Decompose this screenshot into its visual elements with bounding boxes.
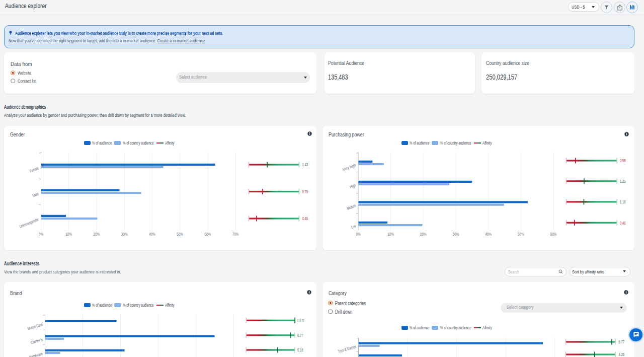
svg-text:0.45: 0.45 (302, 216, 308, 221)
svg-text:4.25: 4.25 (619, 351, 625, 357)
svg-text:Restoration Hardware: Restoration Hardware (12, 351, 44, 357)
svg-text:50%: 50% (177, 232, 183, 237)
svg-text:8.77: 8.77 (619, 339, 625, 344)
svg-text:Unknowngender: Unknowngender (19, 217, 39, 229)
svg-text:5.18: 5.18 (297, 347, 303, 352)
svg-text:116.11: 116.11 (297, 318, 305, 323)
svg-text:0%: 0% (39, 232, 44, 237)
svg-text:10%: 10% (387, 232, 394, 237)
svg-text:Male: Male (32, 191, 39, 198)
svg-text:40%: 40% (149, 232, 155, 237)
svg-text:10%: 10% (65, 232, 72, 237)
svg-text:0%: 0% (356, 232, 361, 237)
svg-text:30%: 30% (121, 232, 128, 237)
svg-text:60%: 60% (550, 232, 557, 237)
svg-text:40%: 40% (485, 232, 492, 237)
svg-text:0.79: 0.79 (302, 189, 308, 194)
svg-text:0.55: 0.55 (620, 158, 626, 163)
svg-text:1.16: 1.16 (620, 199, 626, 204)
svg-text:Female: Female (29, 166, 39, 174)
svg-text:Carter's: Carter's (30, 337, 43, 345)
svg-text:20%: 20% (94, 232, 100, 237)
svg-text:60%: 60% (204, 232, 211, 237)
svg-text:50%: 50% (518, 232, 524, 237)
svg-text:1.43: 1.43 (302, 162, 308, 167)
svg-text:Mason Cash: Mason Cash (27, 322, 43, 331)
svg-text:20%: 20% (420, 232, 427, 237)
svg-text:Low: Low (350, 223, 357, 230)
svg-text:30%: 30% (453, 232, 459, 237)
svg-text:Medium: Medium (346, 203, 357, 211)
svg-text:8.77: 8.77 (297, 332, 303, 338)
svg-text:70%: 70% (232, 232, 239, 237)
svg-text:0.46: 0.46 (620, 220, 626, 226)
svg-text:Toys & Games: Toys & Games (338, 344, 357, 354)
svg-text:1.25: 1.25 (620, 178, 626, 184)
svg-text:Very high: Very high (342, 162, 357, 172)
svg-text:High: High (349, 182, 357, 189)
